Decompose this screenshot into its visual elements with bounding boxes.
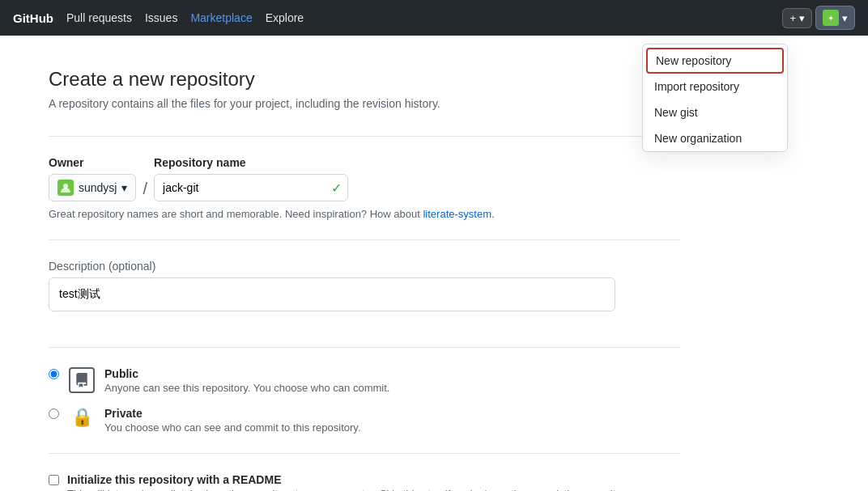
public-title: Public xyxy=(104,367,389,380)
description-input[interactable] xyxy=(49,277,615,311)
divider-3 xyxy=(49,347,680,348)
public-repo-icon xyxy=(69,367,95,393)
public-radio[interactable] xyxy=(49,369,59,379)
nav-explore[interactable]: Explore xyxy=(266,11,304,24)
nav-marketplace[interactable]: Marketplace xyxy=(190,11,252,24)
navbar: GitHub Pull requests Issues Marketplace … xyxy=(0,0,868,36)
readme-content: Initialize this repository with a README… xyxy=(67,473,632,491)
suggestion-text: Great repository names are short and mem… xyxy=(49,208,680,220)
nav-pull-requests[interactable]: Pull requests xyxy=(66,11,132,24)
public-content: Public Anyone can see this repository. Y… xyxy=(104,367,389,394)
owner-label: Owner xyxy=(49,156,136,169)
private-content: Private You choose who can see and commi… xyxy=(104,407,361,434)
avatar-button[interactable]: ✦ ▾ xyxy=(815,6,855,30)
divider-1 xyxy=(49,136,680,137)
owner-group: Owner sundysj ▾ xyxy=(49,156,136,201)
brand-label: GitHub xyxy=(13,11,53,25)
public-desc: Anyone can see this repository. You choo… xyxy=(104,382,389,394)
owner-avatar-icon xyxy=(57,180,74,196)
plus-dropdown-icon: ▾ xyxy=(799,12,805,24)
owner-value: sundysj xyxy=(79,181,117,194)
suggestion-link[interactable]: literate-system xyxy=(423,208,491,220)
page-title: Create a new repository xyxy=(49,68,680,91)
navbar-right: + ▾ New repository Import repository New… xyxy=(782,6,855,30)
public-option: Public Anyone can see this repository. Y… xyxy=(49,367,680,394)
suggestion-prefix: Great repository names are short and mem… xyxy=(49,208,423,220)
private-option: 🔒 Private You choose who can see and com… xyxy=(49,407,680,434)
readme-desc: This will let you immediately clone the … xyxy=(67,488,632,491)
dropdown-import-repository[interactable]: Import repository xyxy=(643,74,787,99)
description-label: Description (optional) xyxy=(49,260,680,273)
suggestion-suffix: . xyxy=(491,208,495,220)
path-separator: / xyxy=(143,180,147,201)
repo-name-label: Repository name xyxy=(154,156,348,169)
divider-4 xyxy=(49,453,680,454)
owner-repo-row: Owner sundysj ▾ / Repository name ✓ xyxy=(49,156,680,201)
private-radio[interactable] xyxy=(49,408,59,419)
repo-input-wrap: ✓ xyxy=(154,174,348,201)
private-desc: You choose who can see and commit to thi… xyxy=(104,421,361,434)
nav-links: Pull requests Issues Marketplace Explore xyxy=(66,11,304,24)
new-item-button[interactable]: + ▾ xyxy=(782,8,812,28)
owner-select[interactable]: sundysj ▾ xyxy=(49,174,136,201)
page-subtitle: A repository contains all the files for … xyxy=(49,97,680,110)
main-content: Create a new repository A repository con… xyxy=(0,36,729,491)
check-icon: ✓ xyxy=(331,180,342,196)
readme-option: Initialize this repository with a README… xyxy=(49,473,680,491)
private-title: Private xyxy=(104,407,361,420)
dropdown-new-repository[interactable]: New repository xyxy=(646,48,784,74)
dropdown-new-gist[interactable]: New gist xyxy=(643,99,787,125)
avatar-icon: ✦ xyxy=(823,10,839,26)
description-group: Description (optional) xyxy=(49,260,680,328)
dropdown-new-organization[interactable]: New organization xyxy=(643,125,787,151)
repo-name-input[interactable] xyxy=(154,174,348,201)
readme-title: Initialize this repository with a README xyxy=(67,473,632,486)
divider-2 xyxy=(49,239,680,240)
readme-checkbox[interactable] xyxy=(49,475,59,485)
lock-icon: 🔒 xyxy=(69,407,95,428)
nav-issues[interactable]: Issues xyxy=(145,11,177,24)
new-item-dropdown: New repository Import repository New gis… xyxy=(642,44,788,152)
plus-icon: + xyxy=(789,12,796,24)
readme-section: Initialize this repository with a README… xyxy=(49,473,680,491)
plus-dropdown-wrapper: + ▾ New repository Import repository New… xyxy=(782,8,812,28)
avatar-dropdown-icon: ▾ xyxy=(842,12,848,24)
owner-dropdown-icon: ▾ xyxy=(121,181,127,194)
repo-name-group: Repository name ✓ xyxy=(154,156,348,201)
